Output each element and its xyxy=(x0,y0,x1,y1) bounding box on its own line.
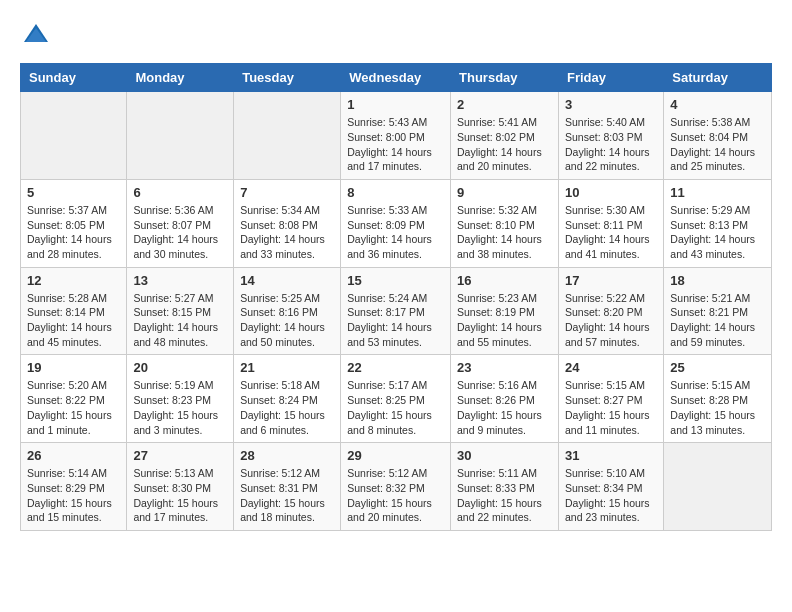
day-number: 17 xyxy=(565,273,657,288)
calendar-week-row: 19Sunrise: 5:20 AM Sunset: 8:22 PM Dayli… xyxy=(21,355,772,443)
day-sun-info: Sunrise: 5:33 AM Sunset: 8:09 PM Dayligh… xyxy=(347,203,444,262)
day-of-week-monday: Monday xyxy=(127,64,234,92)
day-sun-info: Sunrise: 5:32 AM Sunset: 8:10 PM Dayligh… xyxy=(457,203,552,262)
calendar-day-22: 22Sunrise: 5:17 AM Sunset: 8:25 PM Dayli… xyxy=(341,355,451,443)
day-sun-info: Sunrise: 5:27 AM Sunset: 8:15 PM Dayligh… xyxy=(133,291,227,350)
day-number: 18 xyxy=(670,273,765,288)
calendar-header-row: SundayMondayTuesdayWednesdayThursdayFrid… xyxy=(21,64,772,92)
day-number: 14 xyxy=(240,273,334,288)
day-sun-info: Sunrise: 5:38 AM Sunset: 8:04 PM Dayligh… xyxy=(670,115,765,174)
day-sun-info: Sunrise: 5:15 AM Sunset: 8:28 PM Dayligh… xyxy=(670,378,765,437)
calendar-day-9: 9Sunrise: 5:32 AM Sunset: 8:10 PM Daylig… xyxy=(451,179,559,267)
calendar-day-8: 8Sunrise: 5:33 AM Sunset: 8:09 PM Daylig… xyxy=(341,179,451,267)
calendar-day-21: 21Sunrise: 5:18 AM Sunset: 8:24 PM Dayli… xyxy=(234,355,341,443)
calendar-day-6: 6Sunrise: 5:36 AM Sunset: 8:07 PM Daylig… xyxy=(127,179,234,267)
day-number: 30 xyxy=(457,448,552,463)
day-sun-info: Sunrise: 5:18 AM Sunset: 8:24 PM Dayligh… xyxy=(240,378,334,437)
calendar-day-19: 19Sunrise: 5:20 AM Sunset: 8:22 PM Dayli… xyxy=(21,355,127,443)
calendar-day-7: 7Sunrise: 5:34 AM Sunset: 8:08 PM Daylig… xyxy=(234,179,341,267)
calendar-table: SundayMondayTuesdayWednesdayThursdayFrid… xyxy=(20,63,772,531)
calendar-day-31: 31Sunrise: 5:10 AM Sunset: 8:34 PM Dayli… xyxy=(558,443,663,531)
day-of-week-saturday: Saturday xyxy=(664,64,772,92)
calendar-day-12: 12Sunrise: 5:28 AM Sunset: 8:14 PM Dayli… xyxy=(21,267,127,355)
calendar-day-30: 30Sunrise: 5:11 AM Sunset: 8:33 PM Dayli… xyxy=(451,443,559,531)
day-number: 7 xyxy=(240,185,334,200)
day-number: 21 xyxy=(240,360,334,375)
day-number: 9 xyxy=(457,185,552,200)
day-number: 4 xyxy=(670,97,765,112)
day-number: 31 xyxy=(565,448,657,463)
day-number: 28 xyxy=(240,448,334,463)
day-number: 24 xyxy=(565,360,657,375)
calendar-day-14: 14Sunrise: 5:25 AM Sunset: 8:16 PM Dayli… xyxy=(234,267,341,355)
calendar-day-26: 26Sunrise: 5:14 AM Sunset: 8:29 PM Dayli… xyxy=(21,443,127,531)
calendar-day-11: 11Sunrise: 5:29 AM Sunset: 8:13 PM Dayli… xyxy=(664,179,772,267)
day-number: 8 xyxy=(347,185,444,200)
day-sun-info: Sunrise: 5:12 AM Sunset: 8:31 PM Dayligh… xyxy=(240,466,334,525)
calendar-day-13: 13Sunrise: 5:27 AM Sunset: 8:15 PM Dayli… xyxy=(127,267,234,355)
day-sun-info: Sunrise: 5:29 AM Sunset: 8:13 PM Dayligh… xyxy=(670,203,765,262)
day-sun-info: Sunrise: 5:19 AM Sunset: 8:23 PM Dayligh… xyxy=(133,378,227,437)
day-number: 25 xyxy=(670,360,765,375)
day-number: 16 xyxy=(457,273,552,288)
calendar-day-4: 4Sunrise: 5:38 AM Sunset: 8:04 PM Daylig… xyxy=(664,92,772,180)
day-sun-info: Sunrise: 5:16 AM Sunset: 8:26 PM Dayligh… xyxy=(457,378,552,437)
calendar-empty-cell xyxy=(664,443,772,531)
calendar-day-28: 28Sunrise: 5:12 AM Sunset: 8:31 PM Dayli… xyxy=(234,443,341,531)
calendar-empty-cell xyxy=(234,92,341,180)
calendar-day-23: 23Sunrise: 5:16 AM Sunset: 8:26 PM Dayli… xyxy=(451,355,559,443)
day-sun-info: Sunrise: 5:21 AM Sunset: 8:21 PM Dayligh… xyxy=(670,291,765,350)
day-sun-info: Sunrise: 5:40 AM Sunset: 8:03 PM Dayligh… xyxy=(565,115,657,174)
calendar-day-27: 27Sunrise: 5:13 AM Sunset: 8:30 PM Dayli… xyxy=(127,443,234,531)
day-number: 13 xyxy=(133,273,227,288)
day-sun-info: Sunrise: 5:30 AM Sunset: 8:11 PM Dayligh… xyxy=(565,203,657,262)
day-number: 5 xyxy=(27,185,120,200)
day-sun-info: Sunrise: 5:12 AM Sunset: 8:32 PM Dayligh… xyxy=(347,466,444,525)
calendar-week-row: 5Sunrise: 5:37 AM Sunset: 8:05 PM Daylig… xyxy=(21,179,772,267)
day-number: 23 xyxy=(457,360,552,375)
day-number: 11 xyxy=(670,185,765,200)
calendar-day-3: 3Sunrise: 5:40 AM Sunset: 8:03 PM Daylig… xyxy=(558,92,663,180)
day-sun-info: Sunrise: 5:34 AM Sunset: 8:08 PM Dayligh… xyxy=(240,203,334,262)
day-sun-info: Sunrise: 5:13 AM Sunset: 8:30 PM Dayligh… xyxy=(133,466,227,525)
day-of-week-tuesday: Tuesday xyxy=(234,64,341,92)
day-number: 19 xyxy=(27,360,120,375)
day-sun-info: Sunrise: 5:28 AM Sunset: 8:14 PM Dayligh… xyxy=(27,291,120,350)
day-sun-info: Sunrise: 5:23 AM Sunset: 8:19 PM Dayligh… xyxy=(457,291,552,350)
day-sun-info: Sunrise: 5:43 AM Sunset: 8:00 PM Dayligh… xyxy=(347,115,444,174)
logo-icon xyxy=(22,20,50,48)
day-of-week-wednesday: Wednesday xyxy=(341,64,451,92)
day-sun-info: Sunrise: 5:15 AM Sunset: 8:27 PM Dayligh… xyxy=(565,378,657,437)
calendar-day-10: 10Sunrise: 5:30 AM Sunset: 8:11 PM Dayli… xyxy=(558,179,663,267)
day-number: 1 xyxy=(347,97,444,112)
calendar-day-18: 18Sunrise: 5:21 AM Sunset: 8:21 PM Dayli… xyxy=(664,267,772,355)
calendar-week-row: 12Sunrise: 5:28 AM Sunset: 8:14 PM Dayli… xyxy=(21,267,772,355)
day-number: 27 xyxy=(133,448,227,463)
day-sun-info: Sunrise: 5:25 AM Sunset: 8:16 PM Dayligh… xyxy=(240,291,334,350)
calendar-day-1: 1Sunrise: 5:43 AM Sunset: 8:00 PM Daylig… xyxy=(341,92,451,180)
day-sun-info: Sunrise: 5:24 AM Sunset: 8:17 PM Dayligh… xyxy=(347,291,444,350)
day-sun-info: Sunrise: 5:22 AM Sunset: 8:20 PM Dayligh… xyxy=(565,291,657,350)
calendar-day-17: 17Sunrise: 5:22 AM Sunset: 8:20 PM Dayli… xyxy=(558,267,663,355)
calendar-day-16: 16Sunrise: 5:23 AM Sunset: 8:19 PM Dayli… xyxy=(451,267,559,355)
calendar-day-25: 25Sunrise: 5:15 AM Sunset: 8:28 PM Dayli… xyxy=(664,355,772,443)
calendar-empty-cell xyxy=(127,92,234,180)
day-number: 10 xyxy=(565,185,657,200)
day-sun-info: Sunrise: 5:36 AM Sunset: 8:07 PM Dayligh… xyxy=(133,203,227,262)
calendar-week-row: 1Sunrise: 5:43 AM Sunset: 8:00 PM Daylig… xyxy=(21,92,772,180)
day-sun-info: Sunrise: 5:20 AM Sunset: 8:22 PM Dayligh… xyxy=(27,378,120,437)
day-number: 2 xyxy=(457,97,552,112)
day-number: 26 xyxy=(27,448,120,463)
day-of-week-sunday: Sunday xyxy=(21,64,127,92)
day-number: 15 xyxy=(347,273,444,288)
day-sun-info: Sunrise: 5:41 AM Sunset: 8:02 PM Dayligh… xyxy=(457,115,552,174)
day-of-week-thursday: Thursday xyxy=(451,64,559,92)
calendar-week-row: 26Sunrise: 5:14 AM Sunset: 8:29 PM Dayli… xyxy=(21,443,772,531)
day-number: 3 xyxy=(565,97,657,112)
day-number: 29 xyxy=(347,448,444,463)
day-number: 12 xyxy=(27,273,120,288)
day-sun-info: Sunrise: 5:10 AM Sunset: 8:34 PM Dayligh… xyxy=(565,466,657,525)
day-of-week-friday: Friday xyxy=(558,64,663,92)
day-sun-info: Sunrise: 5:37 AM Sunset: 8:05 PM Dayligh… xyxy=(27,203,120,262)
calendar-empty-cell xyxy=(21,92,127,180)
